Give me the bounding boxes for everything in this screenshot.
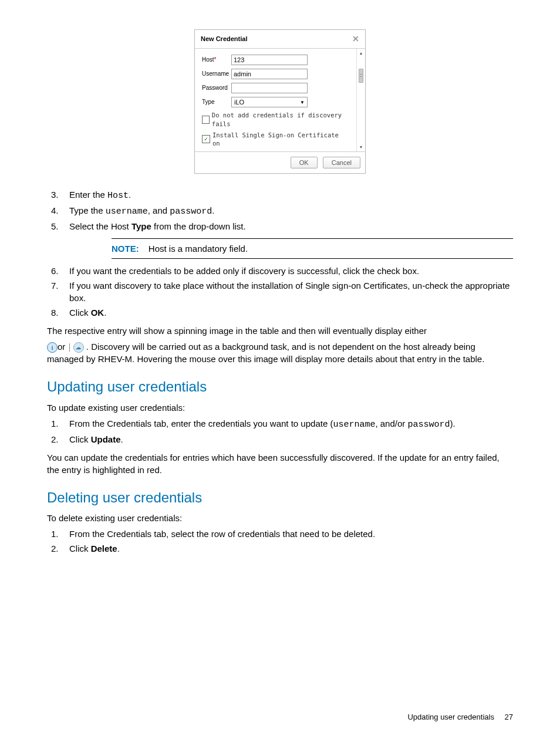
divider-icon (69, 343, 70, 352)
sso-cert-checkbox-row[interactable]: ✓ Install Single Sign-on Certificate on (202, 131, 349, 148)
steps-list-b: If you want the credentials to be added … (47, 265, 513, 319)
scroll-track (359, 58, 363, 143)
step-6: If you want the credentials to be added … (66, 265, 513, 277)
page-number: 27 (505, 713, 513, 721)
delete-steps: From the Credentials tab, select the row… (47, 528, 513, 555)
password-label: Password (202, 84, 231, 92)
update-outro: You can update the credentials for entri… (47, 451, 513, 476)
scroll-up-icon: ▴ (360, 50, 362, 56)
note-text: Host is a mandatory field. (149, 244, 248, 254)
delete-step-1: From the Credentials tab, select the row… (66, 528, 513, 540)
chevron-down-icon: ▼ (300, 99, 305, 106)
username-label: Username (202, 70, 231, 78)
steps-list-a: Enter the Host. Type the username, and p… (47, 188, 513, 232)
delete-intro: To delete existing user credentials: (47, 512, 513, 524)
scroll-down-icon: ▾ (360, 144, 362, 150)
paragraph-icons: ior ☁ . Discovery will be carried out as… (47, 340, 513, 365)
note-label: NOTE: (112, 244, 139, 254)
step-5: Select the Host Type from the drop-down … (66, 220, 513, 232)
new-credential-dialog: New Credential ✕ Host* Username Password (194, 29, 366, 174)
update-step-1: From the Credentials tab, enter the cred… (66, 417, 513, 431)
step-8: Click OK. (66, 306, 513, 319)
delete-step-2: Click Delete. (66, 542, 513, 555)
username-input[interactable] (231, 69, 308, 79)
type-label: Type (202, 98, 231, 106)
page-footer: Updating user credentials 27 (407, 712, 513, 723)
password-input[interactable] (231, 83, 308, 93)
update-step-2: Click Update. (66, 433, 513, 445)
cancel-button[interactable]: Cancel (323, 157, 360, 168)
close-icon[interactable]: ✕ (352, 36, 359, 42)
footer-text: Updating user credentials (407, 713, 494, 721)
dialog-title-text: New Credential (201, 35, 247, 43)
info-status-icon: i (47, 342, 58, 353)
step-3: Enter the Host. (66, 188, 513, 202)
paragraph-spinning: The respective entry will show a spinnin… (47, 325, 513, 337)
host-input[interactable] (231, 55, 308, 65)
discovery-fail-label: Do not add credentials if discovery fail… (212, 111, 349, 128)
checkbox-checked-icon: ✓ (202, 135, 210, 143)
note-block: NOTE: Host is a mandatory field. (112, 238, 513, 259)
dialog-scrollbar[interactable]: ▴ ▾ (356, 49, 365, 151)
section-title-updating: Updating user credentials (47, 377, 513, 397)
type-select[interactable]: iLO ▼ (231, 97, 308, 107)
checkbox-unchecked-icon (202, 116, 210, 124)
sso-cert-label: Install Single Sign-on Certificate on (212, 131, 349, 148)
step-7: If you want discovery to take place with… (66, 279, 513, 304)
update-steps: From the Credentials tab, enter the cred… (47, 417, 513, 445)
ok-button[interactable]: OK (291, 157, 318, 168)
scroll-thumb[interactable] (359, 69, 363, 83)
cloud-status-icon: ☁ (73, 342, 84, 353)
update-intro: To update existing user credentials: (47, 401, 513, 414)
dialog-titlebar: New Credential ✕ (195, 30, 365, 49)
step-4: Type the username, and password. (66, 204, 513, 218)
type-select-value: iLO (234, 98, 244, 107)
section-title-deleting: Deleting user credentials (47, 488, 513, 508)
discovery-fail-checkbox-row[interactable]: Do not add credentials if discovery fail… (202, 111, 349, 128)
host-label: Host* (202, 56, 231, 64)
